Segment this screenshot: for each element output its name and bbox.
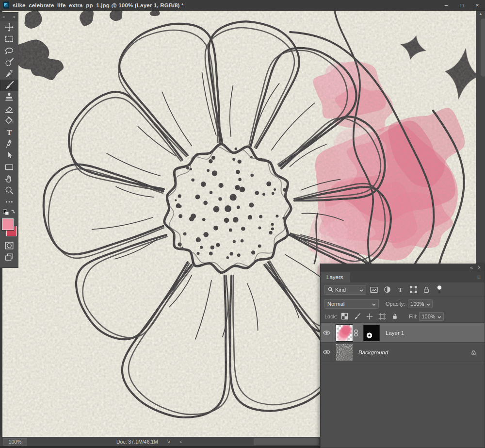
quick-mask-button[interactable] bbox=[0, 240, 18, 251]
lock-pixels-icon[interactable] bbox=[352, 312, 362, 321]
blend-mode-value: Normal bbox=[327, 301, 370, 307]
horizontal-scroll-thumb[interactable] bbox=[254, 438, 319, 445]
lock-transparency-icon[interactable] bbox=[339, 312, 350, 321]
foreground-color-swatch[interactable] bbox=[2, 218, 14, 230]
status-bar: 100% Doc: 37.1M/46.1M > < bbox=[0, 437, 320, 446]
toolbar-expand-icon[interactable]: » bbox=[2, 15, 5, 19]
paint-bucket-tool[interactable] bbox=[0, 115, 18, 126]
layer-name[interactable]: Layer 1 bbox=[386, 330, 404, 336]
filter-adjustment-layers-icon[interactable] bbox=[382, 285, 392, 295]
panel-collapse-icon[interactable]: « bbox=[470, 265, 473, 270]
zoom-level-field[interactable]: 100% bbox=[3, 438, 27, 446]
filter-kind-value: Kind bbox=[335, 287, 357, 293]
fill-label: Fill: bbox=[409, 314, 417, 319]
rectangle-tool[interactable] bbox=[0, 161, 18, 173]
opacity-label: Opacity: bbox=[386, 301, 405, 307]
eraser-tool[interactable] bbox=[0, 103, 18, 115]
filter-toggle-switch[interactable] bbox=[434, 285, 445, 295]
chevron-down-icon bbox=[426, 301, 430, 307]
vertical-scroll-thumb[interactable] bbox=[481, 18, 485, 77]
chevron-down-icon bbox=[437, 314, 441, 319]
locked-layer-icon bbox=[468, 348, 479, 357]
opacity-value: 100% bbox=[410, 301, 424, 307]
path-select-tool[interactable] bbox=[0, 149, 18, 161]
scroll-left-arrow-icon[interactable]: < bbox=[179, 439, 182, 445]
filter-kind-dropdown[interactable]: Kind bbox=[324, 285, 366, 295]
hand-tool[interactable] bbox=[0, 173, 18, 184]
opacity-field[interactable]: 100% bbox=[408, 299, 432, 308]
chevron-down-icon bbox=[359, 287, 363, 293]
visibility-eye-icon[interactable] bbox=[322, 348, 332, 357]
move-tool[interactable] bbox=[0, 21, 18, 33]
document-title: silke_celebrate_life_extra_pp_1.jpg @ 10… bbox=[13, 2, 184, 8]
filter-type-layers-icon[interactable]: T bbox=[395, 285, 405, 295]
blend-mode-dropdown[interactable]: Normal bbox=[324, 299, 379, 309]
layer-thumbnail[interactable] bbox=[336, 344, 353, 361]
filter-smart-objects-icon[interactable] bbox=[421, 285, 432, 295]
filter-pixel-layers-icon[interactable] bbox=[369, 285, 379, 295]
layer-mask-thumbnail[interactable] bbox=[363, 325, 380, 341]
lock-label: Lock: bbox=[324, 314, 337, 319]
scroll-up-icon[interactable]: ▲ bbox=[476, 11, 485, 17]
layer-thumbnail[interactable] bbox=[336, 325, 353, 341]
lock-artboard-icon[interactable] bbox=[377, 312, 388, 321]
default-swap-colors-icon[interactable] bbox=[0, 208, 18, 216]
filter-shape-layers-icon[interactable] bbox=[408, 285, 419, 295]
pen-tool[interactable] bbox=[0, 138, 18, 149]
close-button[interactable]: × bbox=[469, 0, 485, 10]
tools-panel: » × T bbox=[0, 12, 18, 268]
zoom-tool[interactable] bbox=[0, 184, 18, 196]
status-menu-arrow-icon[interactable]: > bbox=[167, 439, 170, 445]
panel-menu-icon[interactable]: ≡ bbox=[477, 273, 481, 281]
zoom-level-value: 100% bbox=[9, 439, 22, 445]
panel-close-icon[interactable]: × bbox=[478, 265, 481, 270]
layer-row-background[interactable]: Background bbox=[321, 343, 485, 362]
document-size-info: Doc: 37.1M/46.1M bbox=[116, 439, 158, 445]
svg-text:T: T bbox=[398, 286, 402, 293]
color-swatches bbox=[0, 217, 18, 240]
mask-link-chain-icon[interactable] bbox=[353, 328, 359, 338]
screen-mode-button[interactable] bbox=[0, 251, 18, 263]
toolbar-close-icon[interactable]: × bbox=[13, 15, 16, 19]
chevron-down-icon bbox=[372, 301, 376, 307]
svg-text:T: T bbox=[7, 128, 12, 136]
layer-name[interactable]: Background bbox=[358, 349, 388, 355]
marquee-tool[interactable] bbox=[0, 33, 18, 45]
layers-tab[interactable]: Layers bbox=[321, 272, 350, 282]
brush-tool[interactable] bbox=[0, 80, 18, 91]
eyedropper-tool[interactable] bbox=[0, 68, 18, 80]
lock-position-icon[interactable] bbox=[364, 312, 375, 321]
lock-all-icon[interactable] bbox=[389, 312, 400, 321]
type-tool[interactable]: T bbox=[0, 126, 18, 138]
fill-value: 100% bbox=[421, 314, 435, 319]
maximize-button[interactable]: □ bbox=[454, 0, 469, 10]
lasso-tool[interactable] bbox=[0, 45, 18, 56]
visibility-eye-icon[interactable] bbox=[322, 328, 332, 338]
layers-panel: « × Layers ≡ Kind T Normal Opacity: 100%… bbox=[320, 264, 485, 448]
file-type-icon bbox=[3, 1, 9, 9]
clone-stamp-tool[interactable] bbox=[0, 91, 18, 103]
window-bottom-edge bbox=[0, 446, 320, 448]
minimize-button[interactable]: – bbox=[438, 0, 454, 10]
quick-selection-tool[interactable] bbox=[0, 56, 18, 68]
more-tools-icon[interactable] bbox=[0, 196, 18, 208]
fill-field[interactable]: 100% bbox=[419, 312, 443, 321]
layer-row-layer-1[interactable]: Layer 1 bbox=[321, 323, 485, 343]
search-icon bbox=[327, 285, 333, 295]
title-bar: silke_celebrate_life_extra_pp_1.jpg @ 10… bbox=[0, 0, 485, 11]
